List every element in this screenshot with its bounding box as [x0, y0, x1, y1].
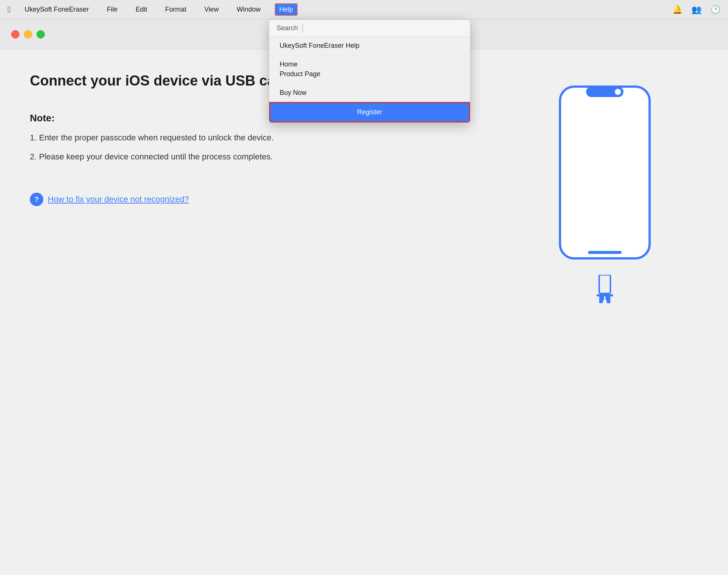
- people-icon[interactable]: 👥: [691, 5, 701, 15]
- clock-icon[interactable]: 🕐: [710, 5, 721, 15]
- notification-icon[interactable]: 🔔: [672, 5, 682, 15]
- help-dropdown-menu: Search UkeySoft FoneEraser Help Home Pro…: [269, 19, 470, 123]
- svg-rect-3: [588, 251, 622, 254]
- svg-rect-7: [597, 294, 613, 296]
- traffic-lights: [11, 30, 45, 38]
- search-row: Search: [269, 20, 470, 37]
- menu-bar-right: 🔔 👥 🕐: [672, 5, 721, 15]
- usb-connector-icon: [586, 275, 623, 305]
- view-menu[interactable]: View: [200, 4, 223, 15]
- close-button[interactable]: [11, 30, 19, 38]
- svg-rect-9: [607, 296, 610, 303]
- help-icon: ?: [30, 193, 43, 206]
- buy-now-item[interactable]: Buy Now: [269, 84, 470, 102]
- maximize-button[interactable]: [37, 30, 45, 38]
- app-window: ✳️ 1-Click Free All Erase All Data UkeyS…: [0, 19, 728, 575]
- svg-rect-0: [560, 87, 650, 258]
- apple-logo-icon: : [7, 5, 10, 15]
- phone-illustration: [549, 79, 661, 273]
- search-label: Search: [277, 24, 298, 32]
- app-name-menu[interactable]: UkeySoft FoneEraser: [21, 4, 93, 15]
- window-menu[interactable]: Window: [233, 4, 264, 15]
- content-left: Connect your iOS device via USB cable No…: [30, 72, 511, 553]
- help-menu[interactable]: Help: [275, 3, 298, 16]
- minimize-button[interactable]: [24, 30, 32, 38]
- home-item[interactable]: Home: [269, 55, 470, 69]
- format-menu[interactable]: Format: [161, 4, 190, 15]
- content-right: [511, 72, 698, 553]
- search-divider: [302, 24, 303, 32]
- svg-rect-4: [599, 275, 610, 293]
- search-input[interactable]: [307, 24, 463, 32]
- help-link[interactable]: ? How to fix your device not recognized?: [30, 193, 489, 206]
- main-content: Connect your iOS device via USB cable No…: [0, 49, 728, 575]
- edit-menu[interactable]: Edit: [132, 4, 151, 15]
- note-item-1: 1. Enter the proper passcode when reques…: [30, 131, 489, 144]
- svg-rect-8: [599, 296, 603, 303]
- help-item[interactable]: UkeySoft FoneEraser Help: [269, 37, 470, 55]
- product-page-item[interactable]: Product Page: [269, 69, 470, 84]
- menu-bar:  UkeySoft FoneEraser File Edit Format V…: [0, 0, 728, 19]
- register-item[interactable]: Register: [269, 102, 470, 122]
- svg-point-2: [615, 89, 621, 95]
- help-link-text[interactable]: How to fix your device not recognized?: [48, 195, 189, 204]
- file-menu[interactable]: File: [103, 4, 121, 15]
- note-item-2: 2. Please keep your device connected unt…: [30, 150, 489, 163]
